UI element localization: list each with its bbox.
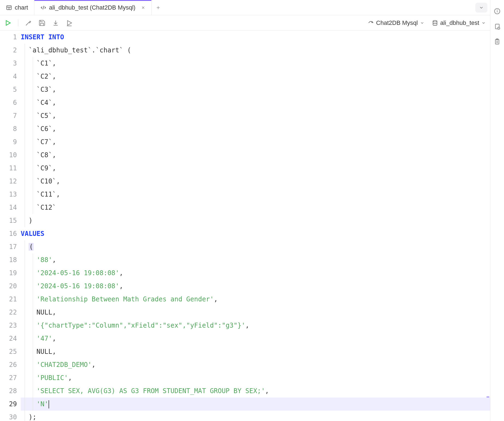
code-line[interactable]: NULL, — [21, 306, 490, 319]
code-line[interactable]: `C9`, — [21, 162, 490, 175]
connection-selector[interactable]: Chat2DB Mysql — [368, 19, 424, 26]
code-content[interactable]: INSERT INTO `ali_dbhub_test`.`chart` ( `… — [21, 31, 490, 421]
tab-label: ali_dbhub_test (Chat2DB Mysql) — [49, 4, 136, 11]
svg-point-14 — [433, 20, 437, 22]
code-line[interactable]: `ali_dbhub_test`.`chart` ( — [21, 44, 490, 57]
right-sidebar — [490, 0, 504, 421]
svg-point-17 — [497, 10, 497, 10]
code-line[interactable]: ) — [21, 214, 490, 227]
code-line[interactable]: '{"chartType":"Column","xField":"sex","y… — [21, 319, 490, 332]
code-line[interactable]: 'SELECT SEX, AVG(G3) AS G3 FROM STUDENT_… — [21, 384, 490, 398]
line-number: 5 — [0, 83, 17, 96]
line-number: 25 — [0, 345, 17, 358]
code-line[interactable]: `C3`, — [21, 83, 490, 96]
code-line[interactable]: `C12` — [21, 201, 490, 214]
svg-marker-8 — [6, 20, 10, 25]
line-number: 28 — [0, 384, 17, 398]
line-number: 20 — [0, 280, 17, 293]
line-number: 2 — [0, 44, 17, 57]
chevron-down-icon — [481, 21, 486, 25]
line-number: 21 — [0, 293, 17, 306]
line-number: 17 — [0, 240, 17, 253]
svg-marker-11 — [68, 20, 72, 25]
line-number: 8 — [0, 122, 17, 135]
line-number: 15 — [0, 214, 17, 227]
line-number: 30 — [0, 411, 17, 421]
run-button[interactable] — [4, 19, 11, 26]
toolbar: Chat2DB Mysql ali_dbhub_test — [0, 15, 490, 31]
line-number: 26 — [0, 358, 17, 371]
code-line[interactable]: `C10`, — [21, 175, 490, 188]
toolbar-left — [4, 19, 73, 26]
code-line[interactable]: `C4`, — [21, 96, 490, 109]
tabs-overflow-button[interactable] — [475, 3, 487, 13]
code-line[interactable]: INSERT INTO — [21, 31, 490, 44]
database-label: ali_dbhub_test — [440, 19, 479, 26]
main-area: chart ali_dbhub_test (Chat2DB Mysql) — [0, 0, 490, 421]
line-number: 14 — [0, 201, 17, 214]
code-line[interactable]: '47', — [21, 332, 490, 345]
line-number: 13 — [0, 188, 17, 201]
line-number: 19 — [0, 266, 17, 280]
line-number: 16 — [0, 227, 17, 240]
code-line[interactable]: `C2`, — [21, 70, 490, 83]
tab-sql-console[interactable]: ali_dbhub_test (Chat2DB Mysql) — [34, 0, 152, 15]
code-line[interactable]: `C5`, — [21, 109, 490, 122]
sql-editor[interactable]: 1234567891011121314151617181920212223242… — [0, 31, 490, 421]
table-icon — [6, 5, 12, 11]
tabs-bar: chart ali_dbhub_test (Chat2DB Mysql) — [0, 0, 490, 15]
code-line[interactable]: '88', — [21, 253, 490, 266]
code-line[interactable]: 'PUBLIC', — [21, 371, 490, 384]
code-icon — [40, 5, 46, 11]
line-number: 29 — [0, 398, 17, 411]
code-line[interactable]: `C1`, — [21, 57, 490, 70]
line-number: 6 — [0, 96, 17, 109]
line-number: 18 — [0, 253, 17, 266]
close-icon[interactable] — [141, 5, 145, 10]
scrollbar[interactable] — [487, 31, 489, 421]
save-button[interactable] — [38, 19, 46, 26]
code-line[interactable]: `C7`, — [21, 135, 490, 149]
database-icon — [432, 20, 438, 26]
tab-chart[interactable]: chart — [0, 0, 34, 15]
code-line[interactable]: `C8`, — [21, 149, 490, 162]
line-number: 23 — [0, 319, 17, 332]
line-number: 12 — [0, 175, 17, 188]
line-number: 7 — [0, 109, 17, 122]
tab-label: chart — [15, 4, 28, 11]
code-line[interactable]: '2024-05-16 19:08:08', — [21, 280, 490, 293]
code-line[interactable]: VALUES — [21, 227, 490, 240]
line-number: 27 — [0, 371, 17, 384]
code-line[interactable]: 'CHAT2DB_DEMO', — [21, 358, 490, 371]
line-number: 10 — [0, 149, 17, 162]
connection-icon — [368, 20, 374, 26]
format-button[interactable] — [25, 19, 32, 26]
add-tab-button[interactable] — [152, 0, 165, 15]
line-number: 1 — [0, 31, 17, 44]
clipboard-icon[interactable] — [494, 38, 501, 45]
line-number: 11 — [0, 162, 17, 175]
scroll-marker — [487, 396, 489, 398]
code-line[interactable]: NULL, — [21, 345, 490, 358]
code-line[interactable]: 'N' — [21, 398, 490, 411]
code-line[interactable]: 'Relationship Between Math Grades and Ge… — [21, 293, 490, 306]
text-cursor — [49, 400, 49, 408]
download-button[interactable] — [52, 19, 59, 26]
line-number: 3 — [0, 57, 17, 70]
info-icon[interactable] — [494, 8, 501, 15]
code-line[interactable]: `C11`, — [21, 188, 490, 201]
connection-label: Chat2DB Mysql — [376, 19, 418, 26]
code-line[interactable]: ); — [21, 411, 490, 421]
line-number: 4 — [0, 70, 17, 83]
code-line[interactable]: ( — [21, 240, 490, 253]
svg-line-3 — [43, 6, 44, 9]
database-selector[interactable]: ali_dbhub_test — [432, 19, 486, 26]
code-line[interactable]: '2024-05-16 19:08:08', — [21, 266, 490, 280]
run-selection-button[interactable] — [66, 19, 73, 26]
line-number-gutter: 1234567891011121314151617181920212223242… — [0, 31, 21, 421]
chevron-down-icon — [479, 5, 484, 10]
code-line[interactable]: `C6`, — [21, 122, 490, 135]
line-number: 24 — [0, 332, 17, 345]
svg-point-13 — [372, 22, 373, 23]
history-icon[interactable] — [494, 23, 501, 30]
